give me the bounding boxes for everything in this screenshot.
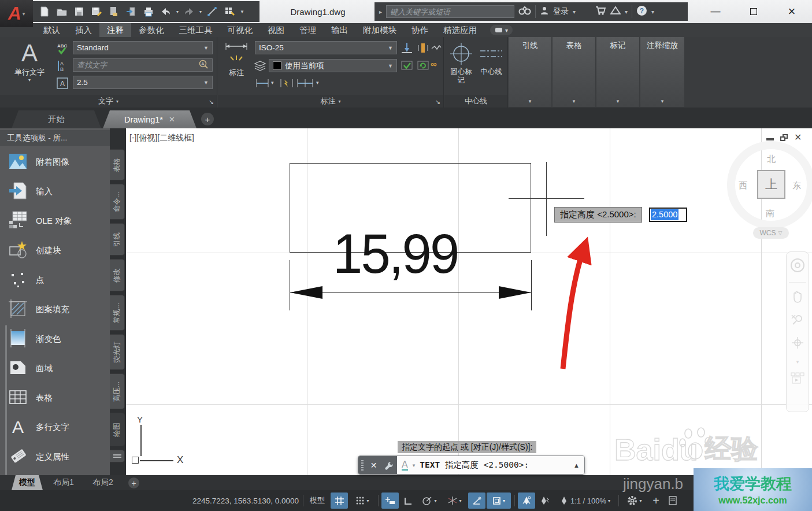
- layout-tab-layout2[interactable]: 布局2: [84, 475, 121, 490]
- pan-hand-icon[interactable]: [791, 290, 804, 306]
- polar-tracking-toggle[interactable]: ▾: [417, 493, 442, 509]
- dim-text-angle-icon[interactable]: [417, 42, 429, 54]
- viewcube-top-face[interactable]: 上: [757, 170, 785, 199]
- new-file-icon[interactable]: [38, 5, 51, 18]
- command-autocomplete-icon[interactable]: A: [402, 460, 408, 471]
- panel-markup-collapsed[interactable]: 标记▾: [596, 37, 639, 107]
- infocenter-collapse-icon[interactable]: ▸: [379, 9, 382, 15]
- palette-item-hatch[interactable]: 图案填充: [3, 296, 106, 323]
- text-dialog-launcher-icon[interactable]: ↘: [209, 98, 214, 106]
- palette-item-region[interactable]: 面域: [3, 355, 106, 382]
- quick-dim-icon[interactable]: [279, 77, 294, 89]
- continue-dim-dropdown-icon[interactable]: ▾: [316, 80, 319, 86]
- maximize-button[interactable]: [746, 4, 761, 19]
- save-icon[interactable]: [72, 5, 86, 18]
- palette-tab-modify[interactable]: 修改: [110, 259, 125, 291]
- close-button[interactable]: ×: [784, 4, 799, 19]
- find-text-search-icon[interactable]: A: [198, 59, 209, 71]
- autodesk-logo-icon[interactable]: [610, 6, 621, 17]
- palette-tab-table[interactable]: 表格: [110, 149, 125, 180]
- tool-palette-title[interactable]: 工具选项板 - 所...: [0, 130, 110, 146]
- wcs-menu[interactable]: WCS▽: [753, 227, 789, 239]
- dimension-button[interactable]: 标注: [221, 40, 251, 78]
- baseline-dim-icon[interactable]: [401, 42, 413, 54]
- text-style-icon[interactable]: A: [55, 76, 69, 90]
- undo-icon[interactable]: [159, 5, 173, 18]
- command-input-field[interactable]: A ▾ TEXT 指定高度 <2.5000>: ▲: [397, 456, 584, 474]
- grid-display-toggle[interactable]: [331, 493, 348, 509]
- ortho-mode-toggle[interactable]: [400, 493, 416, 509]
- palette-item-gradient[interactable]: 渐变色: [3, 325, 106, 352]
- center-mark-button[interactable]: 圆心标记: [447, 42, 475, 85]
- customization-button[interactable]: +: [648, 493, 663, 509]
- continue-dim-icon[interactable]: [296, 77, 314, 89]
- navbar-dropdown-icon[interactable]: ▾: [796, 359, 799, 365]
- object-snap-toggle[interactable]: ▾: [487, 493, 511, 509]
- search-binoculars-icon[interactable]: [518, 5, 531, 18]
- tab-featured-apps[interactable]: 精选应用: [436, 23, 484, 37]
- find-text-field[interactable]: A: [73, 58, 213, 72]
- drawing-minimize-icon[interactable]: [766, 135, 774, 140]
- auto-annotation-scale-toggle[interactable]: [536, 493, 554, 509]
- file-tab-drawing1[interactable]: Drawing1* ✕: [103, 110, 196, 128]
- tab-parametric[interactable]: 参数化: [131, 23, 172, 37]
- panel-dimension-footer[interactable]: 标注▾: [218, 95, 443, 108]
- dim-dialog-launcher-icon[interactable]: ↘: [435, 98, 440, 106]
- palette-item-define-attribute[interactable]: 定义属性: [3, 443, 106, 470]
- tab-collaborate[interactable]: 协作: [404, 23, 436, 37]
- palette-tab-draw[interactable]: 绘图: [110, 413, 125, 446]
- panel-annotation-scaling-collapsed[interactable]: 注释缩放▾: [640, 37, 684, 107]
- panel-leader-collapsed[interactable]: 引线▾: [509, 37, 551, 107]
- file-tab-close-icon[interactable]: ✕: [169, 115, 175, 124]
- palette-tab-leader[interactable]: 引线: [110, 223, 125, 255]
- annotation-scale-button[interactable]: 1:1 / 100%▾: [555, 493, 615, 509]
- viewport-controls-label[interactable]: [-][俯视][二维线框]: [129, 133, 194, 143]
- drawing-canvas[interactable]: [-][俯视][二维线框] ✕ 15,99 指定高度 <2.5000>: 2.5…: [126, 128, 812, 475]
- linear-dim-dropdown-icon[interactable]: ▾: [271, 80, 274, 86]
- help-search-input[interactable]: [386, 5, 514, 18]
- palette-tab-command[interactable]: 命令...: [110, 184, 125, 220]
- annotation-visibility-toggle[interactable]: [518, 493, 535, 509]
- palette-tab-fluorescent[interactable]: 荧光灯: [110, 334, 125, 370]
- tab-output[interactable]: 输出: [324, 23, 355, 37]
- tab-insert[interactable]: 插入: [68, 23, 99, 37]
- tab-addins[interactable]: 附加模块: [355, 23, 404, 37]
- measure-icon[interactable]: [205, 5, 219, 18]
- tab-default[interactable]: 默认: [36, 23, 68, 37]
- tab-view[interactable]: 视图: [260, 23, 292, 37]
- palette-item-point[interactable]: 点: [3, 266, 106, 293]
- layout-tab-layout1[interactable]: 布局1: [45, 475, 82, 490]
- showmotion-icon[interactable]: [790, 372, 805, 387]
- palette-item-attach-image[interactable]: 附着图像: [3, 149, 106, 175]
- publish-icon[interactable]: [107, 5, 121, 18]
- viewcube-north[interactable]: 北: [767, 154, 776, 165]
- file-tab-start[interactable]: 开始: [12, 110, 101, 128]
- orbit-icon[interactable]: [791, 336, 804, 352]
- save-as-icon[interactable]: [90, 5, 103, 18]
- find-text-input[interactable]: [77, 61, 198, 69]
- palette-item-table[interactable]: 表格: [3, 384, 106, 411]
- palette-item-create-block[interactable]: 创建块: [3, 237, 106, 264]
- login-dropdown-icon[interactable]: ▾: [573, 9, 576, 15]
- autodesk-dropdown-icon[interactable]: ▾: [625, 9, 628, 15]
- undo-dropdown-icon[interactable]: ▾: [176, 9, 179, 14]
- tab-3dtools[interactable]: 三维工具: [172, 23, 220, 37]
- command-line-close-icon[interactable]: ✕: [366, 456, 381, 474]
- drawing-restore-icon[interactable]: [780, 134, 788, 141]
- single-line-text-button[interactable]: A 单行文字 ▾: [6, 39, 53, 83]
- login-label[interactable]: 登录: [553, 6, 569, 17]
- dim-break-icon[interactable]: [431, 42, 442, 53]
- command-history-toggle-icon[interactable]: ▲: [573, 462, 580, 469]
- qat-customize-icon[interactable]: ▼: [240, 9, 244, 14]
- tab-manage[interactable]: 管理: [292, 23, 324, 37]
- dynamic-input-field[interactable]: 2.5000: [649, 208, 687, 222]
- palette-item-ole-object[interactable]: OLE 对象: [3, 208, 106, 234]
- viewcube-west[interactable]: 西: [739, 180, 747, 191]
- snap-mode-toggle[interactable]: ▾: [350, 493, 375, 509]
- dim-infinity-icon[interactable]: ∞: [431, 59, 437, 69]
- centerline-button[interactable]: 中心线: [477, 42, 506, 76]
- new-layout-button[interactable]: +: [128, 477, 139, 488]
- plot-icon[interactable]: [142, 5, 155, 18]
- text-align-icon[interactable]: AB: [55, 59, 69, 73]
- workspace-icon[interactable]: [223, 5, 236, 18]
